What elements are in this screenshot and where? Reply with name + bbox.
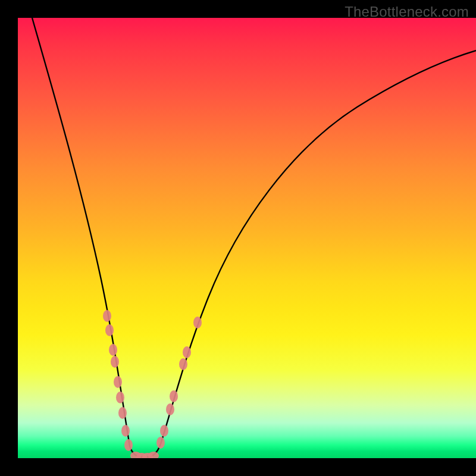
- marker-dot: [105, 324, 114, 336]
- marker-dot: [166, 403, 174, 415]
- marker-dot: [148, 452, 159, 458]
- marker-dot: [156, 437, 165, 449]
- marker-dot: [193, 317, 202, 328]
- marker-dot: [124, 439, 133, 451]
- watermark-text: TheBottleneck.com: [345, 4, 469, 20]
- marker-dot: [114, 376, 122, 388]
- chart-svg: [18, 18, 476, 458]
- marker-dot: [118, 407, 127, 419]
- marker-dot: [170, 390, 178, 402]
- marker-dot: [109, 344, 117, 356]
- marker-dot: [121, 425, 130, 437]
- chart-frame: TheBottleneck.com: [0, 0, 476, 476]
- marker-dot: [116, 392, 124, 403]
- chart-plot-area: [18, 18, 476, 458]
- marker-dot: [183, 346, 191, 358]
- marker-dot: [111, 356, 119, 368]
- marker-dot: [179, 358, 187, 370]
- bottleneck-curve: [32, 18, 476, 457]
- marker-group: [103, 310, 202, 458]
- marker-dot: [103, 310, 111, 322]
- marker-dot: [160, 425, 168, 437]
